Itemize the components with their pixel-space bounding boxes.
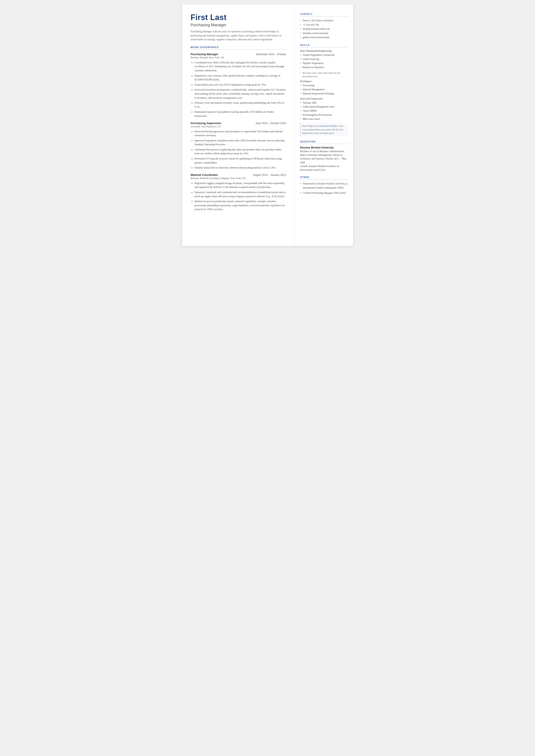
- other-section: OTHER Volunteered at Resume Worded Unive…: [300, 176, 348, 195]
- contact-section-header: CONTACT: [300, 13, 348, 16]
- edu-details: Major in Business Management. Minors in …: [300, 154, 347, 164]
- work-experience-section-header: WORK EXPERIENCE: [191, 46, 286, 49]
- job-block-3: Material Coordinator August 2010 – Janua…: [191, 173, 286, 211]
- job-bullets-1: Coordinated zero defect (ZD) day that ca…: [191, 61, 286, 118]
- bullet-2-5: Initiated annual bid on electronic eleme…: [195, 166, 286, 170]
- job-company-2: Growthsi, San Francisco, CA: [191, 125, 286, 128]
- job-header-2: Purchasing Supervisor June 2013 – Octobe…: [191, 122, 286, 125]
- job-dates-3: August 2010 – January 2013: [253, 174, 286, 177]
- skill-3-5: IBM Lotus Notes.: [300, 117, 348, 121]
- skill-1-1: Vendor Negotiation (Advanced): [300, 53, 348, 57]
- contact-list: Denver, OH (Open to Remote) +1-234-456-7…: [300, 18, 348, 40]
- skill-3-4: PurchasingNet eProcurement.: [300, 113, 348, 117]
- skill-2-1: Forecasting.: [300, 83, 348, 88]
- contact-item-5: github.com/resumeworded: [300, 35, 348, 40]
- job-dates-2: June 2013 – October 2015: [255, 122, 286, 125]
- bullet-1-1: Coordinated zero defect (ZD) day that ca…: [195, 61, 286, 72]
- job-header-1: Purchasing Manager November 2015 – Prese…: [191, 53, 286, 56]
- skill-1-4: Business-to-Business.: [300, 65, 348, 70]
- job-title-2: Purchasing Supervisor: [191, 122, 221, 125]
- job-company-3: Resume Worded's Exciting Company, New Yo…: [191, 177, 286, 180]
- edu-degree-text: Bachelor of Arts in Business Administrat…: [300, 150, 345, 153]
- skill-1-2: Global Sourcing.: [300, 57, 348, 61]
- contact-item-2: +1-234-456-789: [300, 23, 348, 27]
- job-dates-1: November 2015 – Present: [256, 53, 286, 56]
- job-block-1: Purchasing Manager November 2015 – Prese…: [191, 53, 286, 118]
- right-column: CONTACT Denver, OH (Open to Remote) +1-2…: [294, 4, 353, 246]
- job-company-1: Resume Worded, New York, NY: [191, 56, 286, 59]
- other-item-2: Certified Purchasing Manager-CPM (2016): [300, 191, 348, 195]
- education-section-header: EDUCATION: [300, 141, 348, 144]
- job-block-2: Purchasing Supervisor June 2013 – Octobe…: [191, 122, 286, 170]
- job-header-3: Material Coordinator August 2010 – Janua…: [191, 173, 286, 177]
- scan-note: Don't forget to use Resume Worded to sca…: [300, 123, 348, 136]
- skills-list-1: Vendor Negotiation (Advanced) Global Sou…: [300, 53, 348, 70]
- contact-item-1: Denver, OH (Open to Remote): [300, 18, 348, 23]
- edu-degree: Bachelor of Arts in Business Administrat…: [300, 150, 348, 172]
- education-section: EDUCATION Resume Worded University Bache…: [300, 141, 348, 172]
- other-section-header: OTHER: [300, 176, 348, 180]
- bullet-1-2: Negotiated a new contract with a global …: [195, 74, 286, 82]
- name-title-block: First Last Purchasing Manager Purchasing…: [191, 13, 286, 42]
- skills-category-2: Techniques:: [300, 80, 348, 83]
- skills-list-3: NetSuite ERP. Ariba Spend Management Sui…: [300, 101, 348, 121]
- skills-list-2: Forecasting. Material Management Materia…: [300, 83, 348, 96]
- resume-worded-link[interactable]: Resume Worded: [321, 125, 336, 127]
- candidate-title: Purchasing Manager: [191, 23, 286, 27]
- skill-2-2: Material Management: [300, 88, 348, 92]
- candidate-name: First Last: [191, 13, 286, 22]
- skills-section-header: SKILLS: [300, 44, 348, 47]
- job-bullets-3: Registered, tagged, assigned storage loc…: [191, 181, 286, 211]
- skills-category-1: Data Visualization/Engineering:: [300, 49, 348, 52]
- other-item-1: Volunteered at Resume Worded University …: [300, 182, 348, 190]
- skill-3-1: NetSuite ERP.: [300, 101, 348, 105]
- skills-category-3: Tools and Frameworks:: [300, 98, 348, 100]
- scan-note-text: Don't forget to use Resume Worded to sca…: [302, 125, 344, 134]
- bullet-2-1: Enforced Purchasing process and procedur…: [195, 129, 286, 137]
- bullet-1-5: Oversaw cycle and annual inventory count…: [195, 101, 286, 109]
- left-column: First Last Purchasing Manager Purchasing…: [182, 4, 294, 246]
- job-title-3: Material Coordinator: [191, 173, 218, 177]
- skill-2-3: Material Requirement Planning.: [300, 92, 348, 96]
- job-bullets-2: Enforced Purchasing process and procedur…: [191, 129, 286, 170]
- skill-3-2: Ariba Spend Management Suite.: [300, 105, 348, 109]
- bullet-3-3: Initiated in-process production reports,…: [195, 199, 286, 211]
- bullet-3-1: Registered, tagged, assigned storage loc…: [195, 181, 286, 189]
- recruiter-note: Recruiter note: enter skills from the jo…: [300, 71, 348, 78]
- bullet-1-4: Forecasted inventory prerequisites, eval…: [195, 88, 286, 100]
- other-list: Volunteered at Resume Worded University …: [300, 182, 348, 195]
- bullet-2-2: Improved requisition completion time wit…: [195, 139, 286, 147]
- contact-item-3: email@resumeworded.com: [300, 27, 348, 31]
- professional-summary: Purchasing Manager with ten years of exp…: [191, 30, 286, 42]
- edu-awards: Awards: Resume Worded Excellence in Proc…: [300, 165, 339, 171]
- job-title-1: Purchasing Manager: [191, 53, 218, 56]
- contact-section: CONTACT Denver, OH (Open to Remote) +1-2…: [300, 13, 348, 40]
- bullet-1-3: Transcended year-over-year (YoY) departm…: [195, 83, 286, 87]
- skill-3-3: Oracle DBMS: [300, 109, 348, 113]
- edu-school: Resume Worded University: [300, 146, 348, 149]
- bullet-3-2: Separated, examined, and communicated re…: [195, 190, 286, 198]
- bullet-2-4: Prevented 67% upscale in power stocks by…: [195, 157, 286, 165]
- skills-section: SKILLS Data Visualization/Engineering: V…: [300, 44, 348, 136]
- contact-item-4: linkedin.com/in/username: [300, 31, 348, 36]
- bullet-1-6: Maintained expansive spreadsheet trackin…: [195, 110, 286, 118]
- resume-page: First Last Purchasing Manager Purchasing…: [182, 4, 353, 246]
- skill-1-3: Supplier Negotiation: [300, 61, 348, 65]
- bullet-2-3: Automated the process of gathering due d…: [195, 148, 286, 155]
